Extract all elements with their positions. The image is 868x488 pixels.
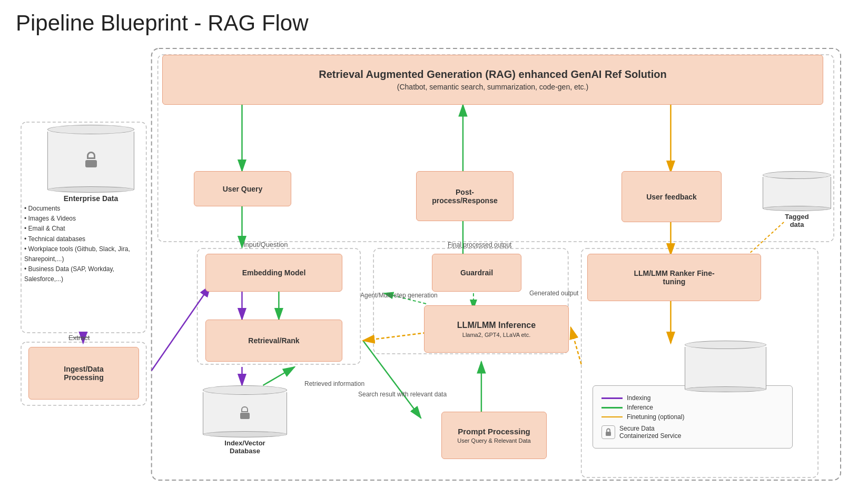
index-vector-label: Index/Vector Database: [203, 439, 287, 455]
llm-ranker-label: LLM/LMM Ranker Fine- tuning: [634, 269, 714, 286]
page: Pipeline Blueprint - RAG Flow: [0, 0, 868, 488]
user-query-box: User Query: [194, 171, 291, 206]
svg-line-23: [571, 327, 581, 364]
prompt-processing-label: Prompt Processing: [458, 427, 530, 436]
legend-indexing: Indexing: [601, 394, 784, 402]
search-result-label: Search result with relevant data: [358, 391, 447, 398]
guardrail-box: Guardrail: [432, 254, 521, 292]
llm-inference-sublabel: Llama2, GPT4, LLaVA etc.: [462, 332, 530, 338]
prompt-processing-box: Prompt Processing User Query & Relevant …: [441, 412, 547, 459]
legend-inference-label: Inference: [627, 404, 653, 411]
final-processed-label: Final processed output: [448, 241, 511, 248]
legend-finetuning-label: Finetuning (optional): [627, 413, 684, 421]
user-query-label: User Query: [223, 185, 262, 193]
enterprise-data-cylinder: Enterprise Data: [47, 125, 134, 203]
post-process-label: Post- process/Response: [432, 188, 498, 205]
legend-finetuning: Finetuning (optional): [601, 413, 784, 421]
legend-inference: Inference: [601, 404, 784, 411]
page-title: Pipeline Blueprint - RAG Flow: [16, 11, 852, 36]
llm-ranker-box: LLM/LMM Ranker Fine- tuning: [587, 254, 761, 301]
generated-output-label: Generated output: [529, 290, 578, 297]
svg-line-17: [152, 285, 211, 371]
legend-secure-icon: [601, 425, 615, 439]
agent-multi-label: Agent/Multi-step generation: [360, 292, 438, 299]
svg-line-24: [363, 333, 426, 341]
legend-secure: Secure Data Containerized Service: [601, 425, 784, 440]
enterprise-data-label: Enterprise Data: [47, 194, 134, 203]
tagged-data-label: Tagged data: [763, 213, 831, 228]
legend-indexing-line: [601, 397, 623, 399]
legend-finetuning-line: [601, 416, 623, 417]
svg-rect-32: [606, 432, 611, 436]
tagged-data-cylinder: Tagged data: [763, 171, 831, 228]
embedding-model-label: Embedding Model: [242, 268, 306, 277]
rag-title-box: Retrieval Augmented Generation (RAG) enh…: [162, 55, 823, 105]
llm-inference-box: LLM/LMM Inference Llama2, GPT4, LLaVA et…: [424, 305, 569, 353]
diagram-area: Retrieval Augmented Generation (RAG) enh…: [16, 43, 852, 485]
guardrail-label: Guardrail: [460, 268, 493, 277]
index-vector-cylinder: Index/Vector Database: [203, 385, 287, 455]
ingest-data-box: Ingest/Data Processing: [28, 347, 139, 400]
enterprise-data-list: • Documents • Images & Videos • Email & …: [24, 204, 144, 285]
input-question-label: Input/Question: [243, 241, 288, 248]
legend-indexing-label: Indexing: [627, 394, 650, 402]
prompt-processing-sublabel: User Query & Relevant Data: [457, 437, 530, 444]
ingest-data-label: Ingest/Data Processing: [64, 365, 103, 382]
rag-title-text: Retrieval Augmented Generation (RAG) enh…: [319, 68, 666, 81]
user-feedback-label: User feedback: [646, 193, 697, 201]
svg-line-20: [263, 367, 294, 385]
retrieved-info-label: Retrieved information: [304, 380, 364, 387]
user-feedback-box: User feedback: [622, 171, 722, 222]
svg-line-10: [363, 341, 421, 418]
llm-inference-label: LLM/LMM Inference: [457, 321, 536, 330]
post-process-box: Post- process/Response: [416, 171, 514, 221]
retrieval-rank-label: Retrieval/Rank: [248, 336, 299, 345]
legend-box: Indexing Inference Finetuning (optional): [593, 385, 793, 449]
rag-title-subtext: (Chatbot, semantic search, summarization…: [397, 83, 588, 91]
retrieval-rank-box: Retrieval/Rank: [205, 320, 342, 362]
embedding-model-box: Embedding Model: [205, 254, 342, 292]
legend-secure-label: Secure Data Containerized Service: [619, 425, 681, 440]
legend-inference-line: [601, 407, 623, 409]
extract-label: Extract: [68, 334, 90, 342]
